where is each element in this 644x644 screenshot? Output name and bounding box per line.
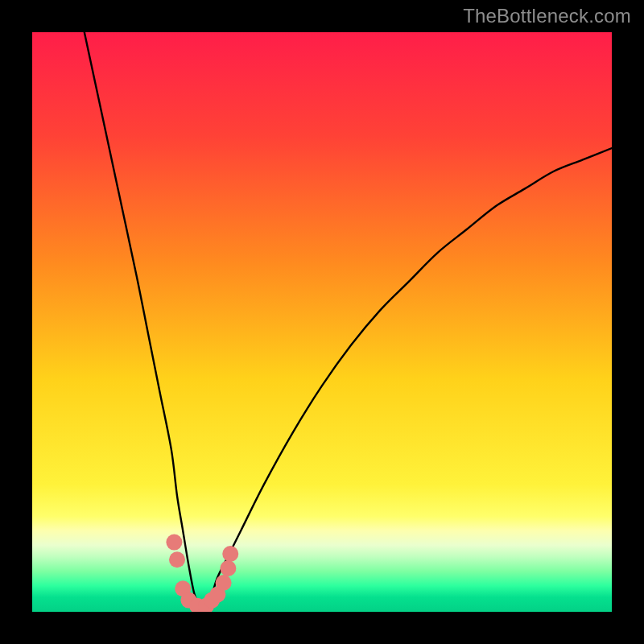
gradient-background [32,32,612,612]
watermark-text: TheBottleneck.com [463,5,631,27]
marker-point [222,546,238,562]
marker-point [169,551,185,568]
chart-svg [32,32,612,612]
marker-point [216,575,232,591]
marker-point [166,535,182,551]
chart-frame: TheBottleneck.com [0,0,644,644]
plot-area [32,32,612,612]
marker-point [220,560,236,576]
